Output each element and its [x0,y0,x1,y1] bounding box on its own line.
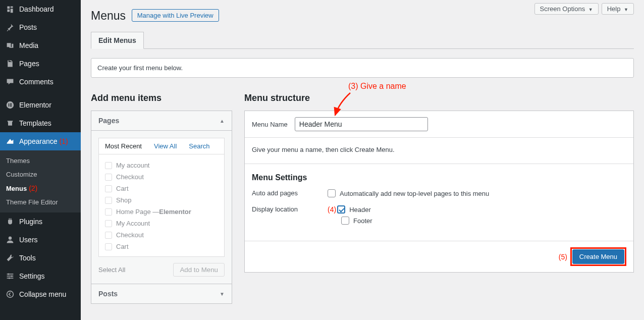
sidebar-submenu: Themes Customize Menus(2) Theme File Edi… [0,150,81,212]
sidebar-item-plugins[interactable]: Plugins [0,212,81,231]
page-checkbox[interactable] [105,162,112,169]
svg-rect-1 [9,103,10,106]
page-checkbox[interactable] [105,220,112,227]
tab-most-recent[interactable]: Most Recent [99,138,148,154]
menu-structure-heading: Menu structure [244,93,634,103]
chevron-down-icon: ▼ [588,7,593,12]
page-item[interactable]: My Account [105,218,218,229]
sidebar-item-media[interactable]: Media [0,36,81,55]
page-checkbox[interactable] [105,185,112,192]
auto-add-label: Auto add pages [252,189,328,197]
sidebar-item-elementor[interactable]: Elementor [0,96,81,114]
manage-live-preview-button[interactable]: Manage with Live Preview [132,9,219,22]
page-item[interactable]: Cart [105,183,218,194]
sidebar-item-label: Dashboard [19,5,54,13]
settings-icon [5,271,15,281]
sidebar-item-label: Plugins [19,218,42,226]
annotation-5-highlight: Create Menu [570,247,626,266]
comments-icon [5,77,15,87]
sidebar-collapse[interactable]: Collapse menu [0,285,81,303]
svg-rect-4 [10,106,12,107]
add-to-menu-button[interactable]: Add to Menu [173,263,225,277]
submenu-themes[interactable]: Themes [0,154,81,168]
svg-point-9 [8,273,9,275]
menu-name-label: Menu Name [252,121,288,128]
svg-rect-3 [10,104,12,105]
sidebar-item-comments[interactable]: Comments [0,73,81,91]
main-content: Screen Options ▼ Help ▼ Menus Manage wit… [81,0,644,320]
display-header-option[interactable]: (4) Header [328,205,372,214]
sidebar-item-pages[interactable]: Pages [0,55,81,73]
page-checkbox[interactable] [105,208,112,216]
annotation-4: (4) [328,205,336,214]
page-item[interactable]: My account [105,159,218,171]
page-item[interactable]: Checkout [105,171,218,183]
page-checkbox[interactable] [105,232,112,239]
annotation-2: (2) [27,184,37,192]
pin-icon [5,22,15,32]
display-header-checkbox[interactable] [337,205,345,214]
help-button[interactable]: Help ▼ [602,3,634,15]
sidebar-item-label: Media [19,41,38,49]
plugins-icon [5,217,15,227]
tab-edit-menus[interactable]: Edit Menus [91,32,144,49]
sidebar-item-label: Collapse menu [19,290,66,298]
chevron-up-icon: ▲ [220,118,225,124]
auto-add-checkbox[interactable] [328,189,336,197]
display-footer-checkbox[interactable] [341,217,349,225]
collapse-icon [5,289,15,299]
submenu-theme-file-editor[interactable]: Theme File Editor [0,195,81,209]
admin-sidebar: Dashboard Posts Media Pages Comments Ele… [0,0,81,320]
create-menu-button[interactable]: Create Menu [572,249,624,264]
menu-hint: Give your menu a name, then click Create… [252,146,626,153]
page-checkbox[interactable] [105,174,112,181]
templates-icon [5,118,15,128]
display-footer-option[interactable]: Footer [341,217,372,225]
notice-first-menu: Create your first menu below. [91,58,634,78]
sidebar-item-settings[interactable]: Settings [0,267,81,285]
svg-point-11 [9,277,10,279]
sidebar-item-label: Elementor [19,101,51,109]
sidebar-item-posts[interactable]: Posts [0,18,81,36]
tab-view-all[interactable]: View All [148,138,183,154]
page-item[interactable]: Cart [105,241,218,252]
select-all-link[interactable]: Select All [98,266,125,274]
dashboard-icon [5,4,15,14]
page-item[interactable]: Checkout [105,229,218,241]
sidebar-item-dashboard[interactable]: Dashboard [0,0,81,18]
tools-icon [5,253,15,263]
sidebar-item-label: Comments [19,78,53,86]
sidebar-item-tools[interactable]: Tools [0,249,81,267]
submenu-customize[interactable]: Customize [0,168,81,181]
sidebar-item-templates[interactable]: Templates [0,114,81,132]
annotation-1: (1) [58,137,68,145]
elementor-icon [5,100,15,110]
accordion-posts-toggle[interactable]: Posts ▼ [91,284,232,303]
pages-filter-tabs: Most Recent View All Search [98,138,225,154]
accordion-pages: Pages ▲ Most Recent View All Search My a… [91,111,232,284]
svg-point-5 [9,237,12,240]
sidebar-item-label: Tools [19,254,36,262]
sidebar-item-users[interactable]: Users [0,231,81,249]
page-checkbox[interactable] [105,197,112,204]
accordion-pages-toggle[interactable]: Pages ▲ [91,111,232,131]
submenu-menus[interactable]: Menus(2) [0,181,81,195]
page-item[interactable]: Home Page — Elementor [105,206,218,218]
svg-rect-2 [10,103,12,104]
display-location-label: Display location [252,205,328,213]
sidebar-item-label: Users [19,236,38,244]
accordion-posts: Posts ▼ [91,284,232,304]
menu-name-input[interactable] [295,117,428,131]
pages-list: My account Checkout Cart Shop Home Page … [98,154,225,257]
users-icon [5,235,15,245]
screen-options-button[interactable]: Screen Options ▼ [534,3,599,15]
annotation-5: (5) [559,253,567,261]
add-menu-items-heading: Add menu items [91,93,232,103]
page-item[interactable]: Shop [105,194,218,206]
auto-add-option[interactable]: Automatically add new top-level pages to… [328,189,489,197]
page-checkbox[interactable] [105,243,112,250]
sidebar-item-appearance[interactable]: Appearance (1) [0,132,81,150]
tab-search[interactable]: Search [183,138,216,154]
sidebar-item-label: Pages [19,60,39,68]
nav-tabs: Edit Menus [91,32,634,49]
